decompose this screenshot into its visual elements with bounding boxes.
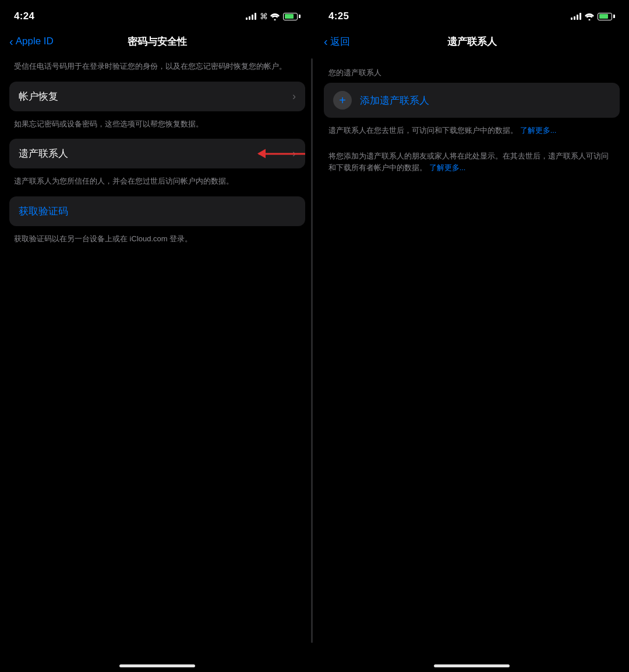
scroll-track <box>311 58 313 643</box>
left-status-bar: 4:24 ⌘ <box>0 0 314 29</box>
get-code-label: 获取验证码 <box>19 205 68 218</box>
get-code-card[interactable]: 获取验证码 <box>9 196 305 226</box>
account-recovery-card[interactable]: 帐户恢复 › <box>9 82 305 111</box>
left-home-bar <box>119 664 195 667</box>
legacy-contact-card[interactable]: 遗产联系人 › <box>9 139 305 168</box>
right-content: 您的遗产联系人 + 添加遗产联系人 遗产联系人在您去世后，可访问和下载您账户中的… <box>314 58 629 652</box>
left-phone-panel: 4:24 ⌘ <box>0 0 314 672</box>
add-icon: + <box>333 91 352 110</box>
legacy-contact-label: 遗产联系人 <box>19 147 68 160</box>
right-back-chevron-icon: ‹ <box>324 36 328 47</box>
get-code-desc: 获取验证码以在另一台设备上或在 iCloud.com 登录。 <box>9 231 305 254</box>
right-time: 4:25 <box>328 10 349 22</box>
legacy-contact-desc: 遗产联系人为您所信任的人，并会在您过世后访问帐户内的数据。 <box>9 173 305 196</box>
right-home-indicator <box>314 652 629 672</box>
left-time: 4:24 <box>14 10 34 22</box>
right-back-label: 返回 <box>330 35 350 48</box>
account-recovery-label: 帐户恢复 <box>19 90 58 103</box>
svg-point-0 <box>274 19 276 21</box>
learn-more-link-2[interactable]: 了解更多... <box>429 163 466 172</box>
intro-description: 受信任电话号码用于在登录时验证您的身份，以及在您忘记密码时恢复您的帐户。 <box>9 58 305 82</box>
signal-icon <box>246 13 256 20</box>
battery-icon <box>283 13 301 20</box>
right-status-icons <box>571 11 615 22</box>
right-nav-bar: ‹ 返回 遗产联系人 <box>314 29 629 58</box>
right-phone-panel: 4:25 <box>314 0 629 672</box>
add-legacy-contact-button[interactable]: + 添加遗产联系人 <box>324 83 620 118</box>
wifi-icon: ⌘ <box>260 12 280 21</box>
back-to-appleid-button[interactable]: ‹ Apple ID <box>9 36 54 47</box>
back-label: Apple ID <box>16 36 54 47</box>
right-page-title: 遗产联系人 <box>447 35 497 48</box>
get-code-row[interactable]: 获取验证码 <box>9 196 305 226</box>
account-recovery-chevron-icon: › <box>292 90 296 103</box>
right-wifi-icon <box>585 11 594 22</box>
left-home-indicator <box>0 652 314 672</box>
back-to-settings-button[interactable]: ‹ 返回 <box>324 35 350 48</box>
left-page-title: 密码与安全性 <box>128 35 187 48</box>
info-text-2: 将您添加为遗产联系人的朋友或家人将在此处显示。在其去世后，遗产联系人可访问和下载… <box>324 148 620 185</box>
right-status-bar: 4:25 <box>314 0 629 29</box>
add-contact-label: 添加遗产联系人 <box>360 94 429 107</box>
account-recovery-desc: 如果忘记密码或设备密码，这些选项可以帮您恢复数据。 <box>9 116 305 139</box>
right-battery-icon <box>598 13 615 20</box>
left-status-icons: ⌘ <box>246 12 301 21</box>
left-content: 受信任电话号码用于在登录时验证您的身份，以及在您忘记密码时恢复您的帐户。 帐户恢… <box>0 58 314 652</box>
right-signal-icon <box>571 13 581 20</box>
right-home-bar <box>434 664 510 667</box>
arrow-annotation <box>259 153 305 154</box>
info-text-1: 遗产联系人在您去世后，可访问和下载您账户中的数据。 了解更多... <box>324 122 620 148</box>
learn-more-link-1[interactable]: 了解更多... <box>520 126 557 135</box>
svg-point-1 <box>589 19 591 20</box>
back-chevron-icon: ‹ <box>9 36 13 47</box>
account-recovery-row[interactable]: 帐户恢复 › <box>9 82 305 111</box>
left-nav-bar: ‹ Apple ID 密码与安全性 <box>0 29 314 58</box>
your-legacy-contacts-label: 您的遗产联系人 <box>324 58 620 83</box>
